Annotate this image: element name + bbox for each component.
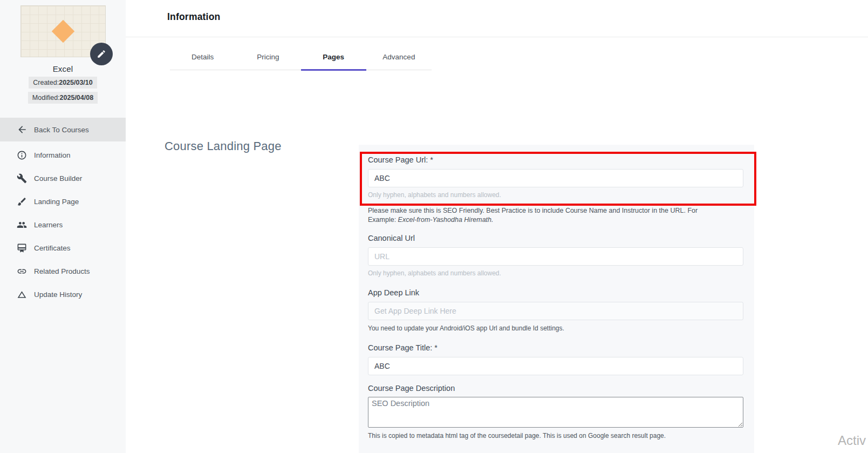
section-title: Course Landing Page bbox=[165, 139, 282, 153]
back-arrow-icon bbox=[17, 124, 28, 135]
sidebar-item-information[interactable]: Information bbox=[0, 144, 126, 167]
app-deep-link-helper: You need to update your Android/iOS app … bbox=[368, 324, 743, 332]
course-page-description-label: Course Page Description bbox=[368, 384, 743, 393]
course-page-url-label: Course Page Url: * bbox=[368, 155, 743, 164]
tab-advanced[interactable]: Advanced bbox=[366, 53, 432, 71]
sidebar-item-label: Learners bbox=[34, 221, 63, 229]
people-icon bbox=[17, 220, 27, 230]
main-content: Information Details Pricing Pages Advanc… bbox=[126, 0, 868, 453]
tab-details[interactable]: Details bbox=[170, 53, 235, 71]
triangle-icon bbox=[17, 289, 27, 300]
sidebar: Excel Created:2025/03/10 Modified:2025/0… bbox=[0, 0, 126, 453]
sidebar-item-landing-page[interactable]: Landing Page bbox=[0, 190, 126, 213]
course-title: Excel bbox=[0, 64, 126, 73]
page-title: Information bbox=[167, 11, 868, 23]
sidebar-item-label: Course Builder bbox=[34, 174, 82, 182]
pencil-icon bbox=[97, 49, 106, 59]
back-to-courses-label: Back To Courses bbox=[34, 126, 89, 134]
course-page-url-input[interactable] bbox=[368, 169, 743, 187]
sidebar-item-label: Information bbox=[34, 151, 71, 159]
app-deep-link-input[interactable] bbox=[368, 302, 743, 320]
course-page-description-helper: This is copied to metadata html tag of t… bbox=[368, 432, 743, 440]
sidebar-item-course-builder[interactable]: Course Builder bbox=[0, 167, 126, 190]
modified-badge: Modified:2025/04/08 bbox=[28, 92, 98, 104]
sidebar-item-update-history[interactable]: Update History bbox=[0, 283, 126, 306]
sidebar-item-related-products[interactable]: Related Products bbox=[0, 260, 126, 283]
activate-windows-watermark: Activ bbox=[838, 433, 866, 448]
info-icon bbox=[17, 150, 27, 160]
sidebar-item-label: Landing Page bbox=[34, 198, 79, 206]
thumbnail-diamond bbox=[51, 20, 74, 43]
seo-note: Please make sure this is SEO Friendly. B… bbox=[368, 206, 720, 224]
course-page-title-label: Course Page Title: * bbox=[368, 343, 743, 352]
sidebar-item-label: Certificates bbox=[34, 244, 71, 252]
wrench-icon bbox=[17, 173, 27, 184]
certificate-icon bbox=[17, 243, 27, 253]
course-page-title-input[interactable] bbox=[368, 357, 743, 375]
created-badge: Created:2025/03/10 bbox=[29, 77, 97, 89]
course-thumbnail-wrap bbox=[20, 5, 106, 57]
app-deep-link-label: App Deep Link bbox=[368, 288, 743, 297]
canonical-url-input[interactable] bbox=[368, 247, 743, 266]
content-header: Information bbox=[126, 0, 868, 37]
brush-icon bbox=[17, 197, 27, 207]
sidebar-item-learners[interactable]: Learners bbox=[0, 213, 126, 236]
sidebar-nav: Information Course Builder Landing Page … bbox=[0, 144, 126, 306]
link-icon bbox=[17, 266, 27, 276]
sidebar-item-label: Update History bbox=[34, 290, 82, 299]
seo-note-example: Excel-from-Yashodha Hiremath. bbox=[398, 216, 494, 224]
landing-page-form-panel: Course Page Url: * Only hyphen, alphabet… bbox=[359, 145, 754, 453]
course-page-url-helper: Only hyphen, alphabets and numbers allow… bbox=[368, 191, 743, 199]
sidebar-item-certificates[interactable]: Certificates bbox=[0, 236, 126, 260]
canonical-url-helper: Only hyphen, alphabets and numbers allow… bbox=[368, 269, 743, 277]
sidebar-item-label: Related Products bbox=[34, 267, 90, 275]
course-page-description-textarea[interactable] bbox=[368, 397, 743, 428]
tab-bar: Details Pricing Pages Advanced bbox=[170, 53, 432, 70]
back-to-courses[interactable]: Back To Courses bbox=[0, 118, 126, 141]
edit-thumbnail-button[interactable] bbox=[90, 43, 113, 65]
tab-pages[interactable]: Pages bbox=[301, 53, 366, 71]
canonical-url-label: Canonical Url bbox=[368, 234, 743, 242]
tab-pricing[interactable]: Pricing bbox=[235, 53, 300, 71]
